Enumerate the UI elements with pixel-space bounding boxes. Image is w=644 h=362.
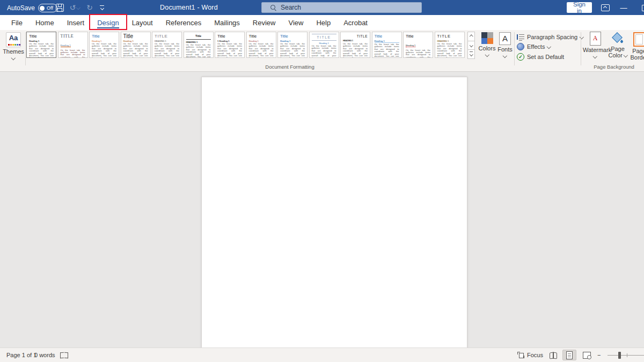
gallery-more-icon [470,53,473,56]
sign-in-button[interactable]: Sign in [567,2,592,13]
style-set-thumbnail[interactable]: Title Heading 1 On the Insert tab, the g… [26,32,56,58]
group-divider [581,32,581,65]
save-icon [56,4,64,12]
style-set-thumbnail[interactable]: Title Heading 1 On the Insert tab, the g… [403,32,433,58]
title-bar: AutoSave Off ↺ ↻ Document1 - Word Search… [0,0,644,15]
style-set-thumbnail[interactable]: TITLE HEADING 1 On the Insert tab, the g… [435,32,465,58]
fonts-button[interactable]: A Fonts [496,31,514,69]
zoom-out-button[interactable]: − [597,348,601,362]
print-layout-icon [566,351,573,359]
effects-label: Effects [527,43,545,50]
tab-design-label: Design [97,19,119,27]
web-layout-button[interactable] [580,350,594,360]
colors-button[interactable]: Colors [477,31,497,69]
page-borders-button[interactable]: Page Border [628,31,644,69]
set-as-default-button[interactable]: ✓ Set as Default [517,53,564,61]
ribbon-content: Aa Themes Title Heading 1 On the Insert … [0,30,644,72]
page-color-label-line1: Page [611,46,625,52]
ribbon-tab-row: File Home Insert Design Layout Reference… [0,15,644,30]
autosave-label: AutoSave [7,4,35,12]
print-layout-button[interactable] [562,350,576,360]
focus-mode-button[interactable]: Focus [517,348,543,362]
redo-button[interactable]: ↻ [83,0,97,15]
gallery-scroll-down-button[interactable] [467,41,475,50]
tab-view[interactable]: View [282,15,310,30]
search-placeholder: Search [281,4,301,11]
gallery-scroll-controls [467,32,475,59]
word-application-window: AutoSave Off ↺ ↻ Document1 - Word Search… [0,0,644,362]
customize-qat-icon [100,5,104,10]
style-set-thumbnail[interactable]: Title Heading 1 On the Insert tab, the g… [89,32,119,58]
style-set-thumbnail[interactable]: Title Heading 1 On the Insert tab, the g… [246,32,276,58]
style-set-thumbnail[interactable]: Title Heading 1 On the Insert tab, the g… [277,32,308,58]
style-set-thumbnail[interactable]: Title Heading 1 On the Insert tab, the g… [372,32,402,58]
tab-references[interactable]: References [159,15,208,30]
themes-label: Themes [2,48,25,55]
ribbon-display-options-button[interactable] [598,0,613,15]
document-title: Document1 - Word [160,4,218,11]
style-set-thumbnail[interactable]: Title 1 Heading 1 On the Insert tab, the… [215,32,245,58]
tab-acrobat[interactable]: Acrobat [337,15,374,30]
themes-dropdown-icon [11,55,16,60]
proofing-icon [60,352,68,358]
minimize-button[interactable]: — [616,0,631,15]
page-number-indicator[interactable]: Page 1 of 1 [6,348,36,362]
page-color-button[interactable]: Page Color [608,31,628,69]
tab-help[interactable]: Help [310,15,337,30]
zoom-slider-notch [627,353,627,357]
colors-dropdown-icon [485,52,489,56]
document-canvas-area [0,72,644,348]
style-set-thumbnail[interactable]: TITLE HEADING 1 On the Insert tab, the g… [340,32,370,58]
tab-insert[interactable]: Insert [61,15,91,30]
focus-icon [517,352,524,358]
maximize-restore-icon[interactable] [642,5,644,11]
chevron-up-icon [470,35,473,38]
tab-review[interactable]: Review [246,15,282,30]
undo-button[interactable]: ↺ [68,0,82,15]
zoom-slider-track[interactable] [608,355,644,356]
proofing-status-button[interactable] [60,348,68,362]
word-count-indicator[interactable]: 0 words [34,348,55,362]
group-label-page-background: Page Background [584,64,644,70]
minimize-icon: — [620,4,627,12]
zoom-slider-handle[interactable] [618,352,621,359]
search-icon [270,5,276,11]
tab-design[interactable]: Design [91,15,125,30]
read-mode-icon [550,352,557,358]
tab-mailings[interactable]: Mailings [208,15,246,30]
effects-button[interactable]: Effects [517,42,551,51]
status-bar: Page 1 of 1 0 words Focus − [0,348,644,362]
customize-quick-access-toolbar-button[interactable] [97,0,107,15]
watermark-button[interactable]: A Watermark [583,31,608,69]
effects-icon [517,43,524,50]
paragraph-spacing-button[interactable]: Paragraph Spacing [517,33,583,41]
page-color-label-line2: Color [609,52,623,58]
group-label-document-formatting: Document Formatting [244,64,335,70]
active-tab-underline [97,27,119,29]
web-layout-icon [583,352,591,359]
gallery-more-button[interactable] [467,49,475,59]
undo-icon: ↺ [69,3,76,12]
page-borders-icon [633,32,644,47]
read-mode-button[interactable] [546,350,560,360]
search-input[interactable]: Search [261,2,422,13]
tab-file[interactable]: File [5,15,29,30]
themes-button[interactable]: Aa Themes [2,31,25,69]
style-set-thumbnail[interactable]: TITLE HEADING 1 On the Insert tab, the g… [152,32,182,58]
document-page[interactable] [201,77,467,348]
colors-label: Colors [477,45,497,51]
chevron-down-icon [470,43,473,47]
save-button[interactable] [53,0,67,15]
colors-icon [481,32,493,44]
themes-icon: Aa [6,32,21,47]
style-set-thumbnail[interactable]: TITLE Heading 1 On the Insert tab, the g… [309,32,339,58]
page-borders-label-line1: Page [632,48,644,54]
gallery-scroll-up-button[interactable] [467,32,475,41]
style-set-thumbnail[interactable]: Title Heading 1 On the Insert tab, the g… [121,32,151,58]
tab-layout[interactable]: Layout [126,15,159,30]
tab-home[interactable]: Home [29,15,61,30]
effects-dropdown-icon [547,45,551,49]
style-set-thumbnail[interactable]: TITLE Heading 1 On the Insert tab, the g… [58,32,88,58]
style-set-thumbnail[interactable]: Title HEADING 1 On the Insert tab, the g… [184,32,214,58]
autosave-control: AutoSave Off [7,4,57,12]
